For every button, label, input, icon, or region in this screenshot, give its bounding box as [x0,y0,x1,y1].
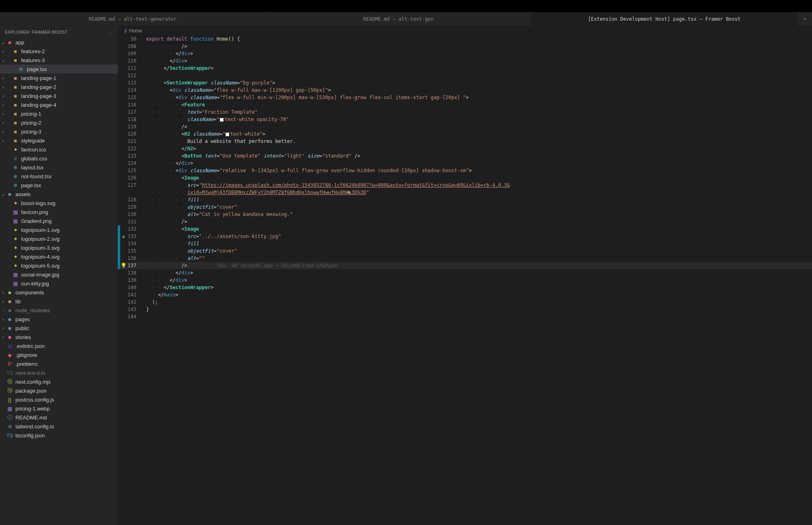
code-line[interactable]: 119· · · · · · /> [118,123,812,130]
code-line[interactable]: 140· · · </SectionWrapper> [118,284,812,291]
editor-area[interactable]: ⨍ Home 30 export default function Home()… [118,26,812,525]
file-tree[interactable]: ⌄■app›■features-2⌄■features-3⚛page.tsx›■… [0,38,118,448]
new-tab-button[interactable]: + [797,12,812,26]
twisty-icon[interactable]: ⌄ [0,58,6,63]
line-content[interactable]: · · · · </div> [143,58,812,64]
code-line[interactable]: 138· · · · · </div> [118,269,812,277]
twisty-icon[interactable]: › [0,317,6,322]
tree-file[interactable]: ✦favicon.ico [0,145,118,154]
line-content[interactable]: · · · · · · · alt="" [143,255,812,261]
code-line[interactable]: 128· · · · · · · fill [118,196,812,203]
code-line[interactable]: 126· · · · · · <Image [118,174,812,181]
code-line[interactable]: 117· · · · · · · text="Fraction Template… [118,108,812,116]
line-content[interactable]: · · </main> [143,292,812,298]
line-content[interactable]: · · · · · · /> [143,124,812,130]
line-content[interactable]: · · · <SectionWrapper className="bg-purp… [143,80,812,86]
tree-folder[interactable]: ›■pages [0,315,118,324]
tree-file[interactable]: ◍.eslintrc.json [0,341,118,350]
tree-file[interactable]: ◆.gitignore [0,350,118,359]
tree-file[interactable]: Ⓝpackage.json [0,386,118,395]
tree-file[interactable]: ▦favicon.png [0,207,118,216]
line-content[interactable]: · · · · · · · ixid=M3wxMjA3fDB8MHxzZWFyY… [143,190,812,195]
editor-tab[interactable]: README.md — alt-text-gen [266,12,532,26]
line-content[interactable]: · · · · · · <Feature [143,102,812,108]
line-content[interactable]: · · · · · · <Image [143,226,812,232]
tree-file[interactable]: ✦logoipsum-4.svg [0,252,118,261]
tree-folder[interactable]: ›■landing-page-4 [0,100,118,109]
code-line[interactable]: ▣133· · · · · · · src="../../assets/sun-… [118,233,812,240]
line-content[interactable]: · · · · · · · objectFit="cover" [143,204,812,210]
line-content[interactable]: · · · · · · · text="Fraction Template" [143,109,812,115]
line-content[interactable]: · · · · · · · className="text-white opac… [143,117,812,122]
tree-file[interactable]: ⚛page.tsx [0,65,118,73]
twisty-icon[interactable]: › [0,94,6,98]
code-line[interactable]: 132· · · · · · <Image [118,225,812,233]
tree-file[interactable]: P.prettierrc [0,359,118,368]
line-content[interactable]: · · · · · · · src="../../assets/sun-kitt… [143,233,812,239]
line-content[interactable]: · · · </SectionWrapper> [143,285,812,290]
line-content[interactable]: · · · · · · <H2 className="text-white"> [143,131,812,137]
twisty-icon[interactable]: › [0,49,6,54]
editor-tab[interactable]: [Extension Development Host] page.tsx — … [531,12,797,26]
explorer-sidebar[interactable]: Explorer: Framer Boost … ⌄■app›■features… [0,26,118,525]
code-line[interactable]: 139· · · · </div> [118,277,812,284]
tree-file[interactable]: ✦logoipsum-5.svg [0,261,118,270]
tree-file[interactable]: ⚛not-found.tsx [0,172,118,181]
tree-file[interactable]: ✦boost-logo.svg [0,199,118,207]
line-content[interactable]: · · · · · · · src="https://images.unspla… [143,182,812,188]
tree-file[interactable]: ▦social-image.jpg [0,270,118,279]
code-editor[interactable]: 108· · · · · · />109· · · · · </div>110·… [118,43,812,525]
tree-file[interactable]: ⚛page.tsx [0,181,118,190]
line-content[interactable]: · · · · · · · fill [143,197,812,203]
code-line[interactable]: 114· · · · <div className="flex w-full m… [118,86,812,94]
tree-file[interactable]: TStsconfig.json [0,431,118,440]
tree-folder[interactable]: ›■landing-page-1 [0,73,118,82]
line-content[interactable]: · · · · · · · objectFit="cover" [143,248,812,254]
editor-tab[interactable]: README.md — alt-text-generator [0,12,266,26]
tree-file[interactable]: ⓘREADME.md [0,413,118,422]
twisty-icon[interactable]: › [0,130,6,134]
code-line[interactable]: 110· · · · </div> [118,57,812,65]
tree-folder[interactable]: ›■landing-page-2 [0,82,118,91]
tree-file[interactable]: TSnext-env.d.ts [0,368,118,377]
code-line[interactable]: 134· · · · · · · fill [118,240,812,247]
line-content[interactable]: · · · · · </div> [143,270,812,276]
tree-folder[interactable]: ⌄■app [0,38,118,47]
tree-file[interactable]: ✦logoipsum-1.svg [0,225,118,234]
line-content[interactable]: · · · · · · · fill [143,241,812,246]
code-line[interactable]: 112 [118,72,812,79]
tree-file[interactable]: Ⓝnext.config.mjs [0,377,118,386]
explorer-more-icon[interactable]: … [108,30,113,35]
code-line[interactable]: 144 [118,313,812,320]
tree-folder[interactable]: ›■landing-page-3 [0,91,118,100]
tree-folder[interactable]: ›■lib [0,297,118,306]
tree-file[interactable]: ⚛layout.tsx [0,163,118,172]
code-line[interactable]: 111· · · </SectionWrapper> [118,65,812,72]
line-content[interactable]: · · · · · · /> You, 40 seconds ago • Unc… [143,263,812,268]
tree-file[interactable]: ▦sun-kitty.jpg [0,279,118,288]
code-line[interactable]: 123· · · · · · <Button text="Use templat… [118,152,812,160]
code-line[interactable]: 143} [118,306,812,313]
twisty-icon[interactable]: › [0,299,6,304]
line-content[interactable]: · · · · · · · Build a website that perfo… [143,138,812,144]
twisty-icon[interactable]: ⌄ [0,192,6,197]
tree-file[interactable]: ✦logoipsum-3.svg [0,243,118,252]
twisty-icon[interactable]: › [0,138,6,143]
line-content[interactable]: · · · · · · <Button text="Use template" … [143,153,812,159]
tree-folder[interactable]: ›■styleguide [0,136,118,145]
code-line[interactable]: 142· ); [118,298,812,306]
tree-folder[interactable]: ›■pricing-2 [0,118,118,127]
code-line[interactable]: 125· · · · · <div className="relative h-… [118,167,812,174]
tree-folder[interactable]: ›■public [0,324,118,333]
line-content[interactable]: · · · </SectionWrapper> [143,65,812,71]
tree-file[interactable]: ▦Gradient.png [0,216,118,225]
tree-file[interactable]: ≋tailwind.config.ts [0,422,118,431]
tree-folder[interactable]: ⌄■features-3 [0,56,118,65]
code-line[interactable]: 135· · · · · · · objectFit="cover" [118,247,812,255]
twisty-icon[interactable]: ⌄ [0,40,6,45]
line-content[interactable]: · · · · · · · alt="Cat in yellow bandana… [143,212,812,217]
line-content[interactable]: · · · · · </div> [143,160,812,166]
tree-folder[interactable]: ›■pricing-3 [0,127,118,136]
line-content[interactable]: } [143,307,812,312]
tree-file[interactable]: ✦logoipsum-2.svg [0,234,118,243]
